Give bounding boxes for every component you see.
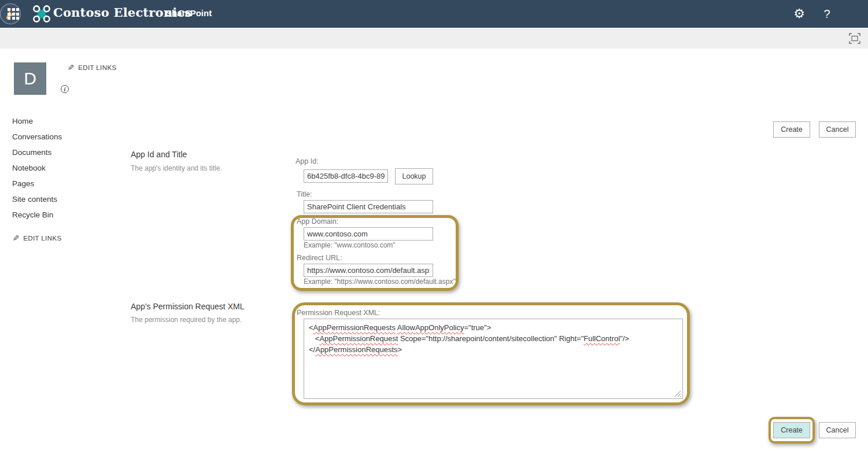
nav-item-notebook[interactable]: Notebook	[12, 164, 46, 172]
app-launcher-icon[interactable]	[8, 8, 19, 20]
nav-item-home[interactable]: Home	[12, 117, 33, 125]
product-name[interactable]: SharePoint	[166, 8, 212, 18]
create-button-top[interactable]: Create	[773, 121, 810, 138]
contoso-logo-icon	[32, 5, 51, 23]
edit-links-label: EDIT LINKS	[78, 64, 116, 71]
redirect-url-example: Example: "https://www.contoso.com/defaul…	[304, 278, 456, 286]
title-input[interactable]	[304, 200, 433, 213]
edit-links-label: EDIT LINKS	[23, 235, 61, 242]
edit-links-bottom[interactable]: ✎ EDIT LINKS	[12, 234, 62, 243]
sharepoint-register-app-page: Contoso Electronics SharePoint ⚙ ? D ✎ E…	[0, 0, 868, 451]
info-icon[interactable]: i	[61, 85, 69, 93]
permission-xml-label: Permission Request XML:	[297, 309, 381, 317]
pencil-icon: ✎	[12, 234, 19, 243]
lookup-button[interactable]: Lookup	[395, 168, 433, 184]
nav-item-documents[interactable]: Documents	[12, 148, 51, 157]
section-desc-identity: The app's identity and its title.	[131, 164, 222, 172]
focus-mode-icon[interactable]	[849, 33, 860, 44]
app-id-input[interactable]	[304, 169, 388, 183]
title-label: Title:	[297, 190, 312, 198]
app-id-label: App Id:	[296, 157, 319, 165]
section-title-permissions: App's Permission Request XML	[131, 302, 244, 311]
section-title-identity: App Id and Title	[131, 150, 187, 159]
settings-gear-icon[interactable]: ⚙	[789, 0, 810, 28]
help-icon[interactable]: ?	[817, 0, 837, 28]
redirect-url-label: Redirect URL:	[297, 254, 342, 262]
nav-item-recycle-bin[interactable]: Recycle Bin	[12, 210, 53, 219]
suite-bar: Contoso Electronics SharePoint ⚙ ?	[0, 0, 868, 28]
nav-item-site-contents[interactable]: Site contents	[12, 195, 57, 204]
edit-links-top[interactable]: ✎ EDIT LINKS	[67, 63, 117, 72]
nav-item-pages[interactable]: Pages	[12, 179, 34, 188]
create-button-bottom[interactable]: Create	[773, 422, 810, 438]
app-domain-input[interactable]	[304, 227, 433, 241]
resize-handle-icon[interactable]	[674, 390, 681, 397]
ribbon-strip	[0, 28, 868, 49]
section-desc-permissions: The permission required by the app.	[131, 316, 242, 324]
permission-xml-content: <AppPermissionRequests AllowAppOnlyPolic…	[309, 322, 678, 355]
permission-xml-textarea[interactable]: <AppPermissionRequests AllowAppOnlyPolic…	[304, 319, 683, 399]
site-logo[interactable]: D	[14, 62, 46, 95]
cancel-button-top[interactable]: Cancel	[819, 121, 856, 138]
pencil-icon: ✎	[67, 63, 74, 72]
nav-item-conversations[interactable]: Conversations	[12, 132, 62, 141]
app-domain-example: Example: "www.contoso.com"	[304, 241, 396, 249]
redirect-url-input[interactable]	[304, 264, 433, 277]
cancel-button-bottom[interactable]: Cancel	[819, 422, 856, 438]
app-domain-label: App Domain:	[297, 217, 338, 226]
